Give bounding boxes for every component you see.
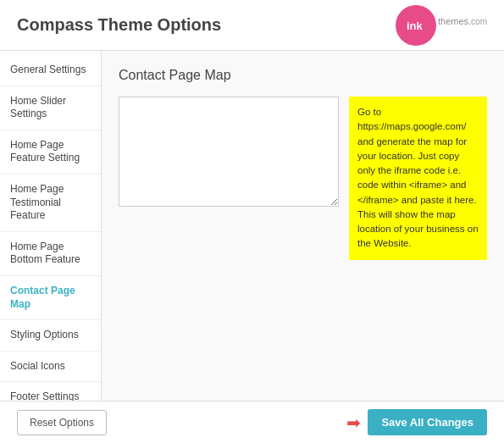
sidebar-item-home-page-bottom-feature[interactable]: Home Page Bottom Feature <box>0 232 101 276</box>
svg-text:ink: ink <box>407 19 424 32</box>
map-hint: Go to https://maps.google.com/ and gener… <box>349 97 487 260</box>
logo-circle: ink <box>396 5 436 46</box>
reset-button[interactable]: Reset Options <box>17 410 107 435</box>
sidebar-item-home-page-feature-setting[interactable]: Home Page Feature Setting <box>0 130 101 174</box>
logo: ink themes.com <box>396 5 487 46</box>
footer-bar: Reset Options ➡ Save All Changes <box>0 401 504 443</box>
sidebar-item-home-slider-settings[interactable]: Home Slider Settings <box>0 86 101 130</box>
save-area: ➡ Save All Changes <box>346 409 487 435</box>
sidebar-item-footer-settings[interactable]: Footer Settings <box>0 382 101 401</box>
sidebar-item-styling-options[interactable]: Styling Options <box>0 320 101 352</box>
header: Compass Theme Options ink themes.com <box>0 0 504 51</box>
save-button[interactable]: Save All Changes <box>368 409 487 435</box>
main-content: Contact Page Map Go to https://maps.goog… <box>102 51 504 401</box>
sidebar-item-general-settings[interactable]: General Settings <box>0 55 101 86</box>
body-layout: General SettingsHome Slider SettingsHome… <box>0 51 504 401</box>
sidebar-item-home-page-testimonial-feature[interactable]: Home Page Testimonial Feature <box>0 174 101 232</box>
sidebar-item-social-icons[interactable]: Social Icons <box>0 352 101 383</box>
section-title: Contact Page Map <box>119 68 487 83</box>
map-textarea[interactable] <box>119 97 339 207</box>
page-title: Compass Theme Options <box>17 15 221 35</box>
sidebar: General SettingsHome Slider SettingsHome… <box>0 51 102 401</box>
logo-brand: themes.com <box>438 16 487 35</box>
arrow-icon: ➡ <box>346 413 361 433</box>
map-row: Go to https://maps.google.com/ and gener… <box>119 97 487 260</box>
sidebar-item-contact-page-map[interactable]: Contact Page Map <box>0 276 101 320</box>
